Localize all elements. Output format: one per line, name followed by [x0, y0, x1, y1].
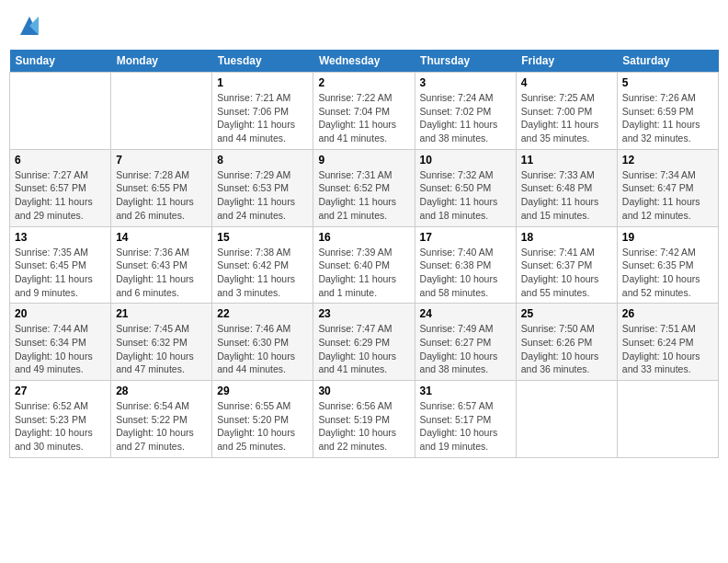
calendar-cell [10, 73, 111, 150]
day-detail: Sunrise: 7:22 AM Sunset: 7:04 PM Dayligh… [318, 91, 409, 145]
day-detail: Sunrise: 7:27 AM Sunset: 6:57 PM Dayligh… [15, 168, 106, 223]
day-number: 18 [521, 231, 612, 244]
day-detail: Sunrise: 7:35 AM Sunset: 6:45 PM Dayligh… [15, 246, 106, 300]
day-detail: Sunrise: 7:24 AM Sunset: 7:02 PM Dayligh… [420, 91, 511, 145]
calendar-cell: 11Sunrise: 7:33 AM Sunset: 6:48 PM Dayli… [516, 149, 617, 226]
day-number: 28 [116, 385, 207, 397]
day-detail: Sunrise: 7:44 AM Sunset: 6:34 PM Dayligh… [15, 322, 106, 376]
calendar-cell: 20Sunrise: 7:44 AM Sunset: 6:34 PM Dayli… [10, 304, 111, 381]
day-detail: Sunrise: 7:49 AM Sunset: 6:27 PM Dayligh… [420, 322, 511, 376]
calendar-cell: 3Sunrise: 7:24 AM Sunset: 7:02 PM Daylig… [415, 73, 516, 150]
day-detail: Sunrise: 6:55 AM Sunset: 5:20 PM Dayligh… [217, 399, 308, 454]
calendar-cell: 29Sunrise: 6:55 AM Sunset: 5:20 PM Dayli… [212, 381, 313, 458]
day-detail: Sunrise: 7:50 AM Sunset: 6:26 PM Dayligh… [521, 322, 612, 376]
day-number: 2 [318, 76, 409, 89]
day-number: 4 [521, 76, 612, 89]
day-detail: Sunrise: 7:26 AM Sunset: 6:59 PM Dayligh… [622, 91, 713, 145]
day-detail: Sunrise: 7:34 AM Sunset: 6:47 PM Dayligh… [622, 168, 713, 223]
day-detail: Sunrise: 7:36 AM Sunset: 6:43 PM Dayligh… [116, 246, 207, 300]
day-detail: Sunrise: 7:39 AM Sunset: 6:40 PM Dayligh… [318, 246, 409, 300]
day-detail: Sunrise: 7:28 AM Sunset: 6:55 PM Dayligh… [116, 168, 207, 223]
calendar-week-row: 27Sunrise: 6:52 AM Sunset: 5:23 PM Dayli… [10, 381, 719, 458]
day-detail: Sunrise: 7:45 AM Sunset: 6:32 PM Dayligh… [116, 322, 207, 376]
day-number: 31 [420, 385, 511, 397]
col-header-monday: Monday [111, 50, 212, 73]
calendar-cell: 9Sunrise: 7:31 AM Sunset: 6:52 PM Daylig… [313, 149, 415, 226]
day-detail: Sunrise: 7:31 AM Sunset: 6:52 PM Dayligh… [318, 168, 409, 223]
calendar-cell: 5Sunrise: 7:26 AM Sunset: 6:59 PM Daylig… [617, 73, 718, 150]
day-number: 9 [318, 154, 409, 167]
day-detail: Sunrise: 7:32 AM Sunset: 6:50 PM Dayligh… [420, 168, 511, 223]
day-detail: Sunrise: 7:33 AM Sunset: 6:48 PM Dayligh… [521, 168, 612, 223]
day-number: 10 [420, 154, 511, 167]
day-number: 29 [217, 385, 308, 397]
calendar-cell [111, 73, 212, 150]
calendar-week-row: 1Sunrise: 7:21 AM Sunset: 7:06 PM Daylig… [10, 73, 719, 150]
col-header-tuesday: Tuesday [212, 50, 313, 73]
day-detail: Sunrise: 7:41 AM Sunset: 6:37 PM Dayligh… [521, 246, 612, 300]
day-number: 12 [622, 154, 713, 167]
calendar-cell: 31Sunrise: 6:57 AM Sunset: 5:17 PM Dayli… [415, 381, 516, 458]
logo [13, 13, 42, 42]
day-detail: Sunrise: 7:21 AM Sunset: 7:06 PM Dayligh… [217, 91, 308, 145]
calendar-cell: 7Sunrise: 7:28 AM Sunset: 6:55 PM Daylig… [111, 149, 212, 226]
calendar-cell: 2Sunrise: 7:22 AM Sunset: 7:04 PM Daylig… [313, 73, 415, 150]
calendar-cell: 16Sunrise: 7:39 AM Sunset: 6:40 PM Dayli… [313, 226, 415, 304]
col-header-thursday: Thursday [415, 50, 516, 73]
day-detail: Sunrise: 7:38 AM Sunset: 6:42 PM Dayligh… [217, 246, 308, 300]
day-detail: Sunrise: 6:54 AM Sunset: 5:22 PM Dayligh… [116, 399, 207, 454]
day-detail: Sunrise: 7:51 AM Sunset: 6:24 PM Dayligh… [622, 322, 713, 376]
day-number: 11 [521, 154, 612, 167]
calendar-cell: 26Sunrise: 7:51 AM Sunset: 6:24 PM Dayli… [617, 304, 718, 381]
col-header-sunday: Sunday [10, 50, 111, 73]
calendar-cell: 12Sunrise: 7:34 AM Sunset: 6:47 PM Dayli… [617, 149, 718, 226]
day-number: 17 [420, 231, 511, 244]
calendar-table: SundayMondayTuesdayWednesdayThursdayFrid… [9, 50, 719, 458]
calendar-cell: 8Sunrise: 7:29 AM Sunset: 6:53 PM Daylig… [212, 149, 313, 226]
day-number: 15 [217, 231, 308, 244]
calendar-cell: 25Sunrise: 7:50 AM Sunset: 6:26 PM Dayli… [516, 304, 617, 381]
calendar-cell: 14Sunrise: 7:36 AM Sunset: 6:43 PM Dayli… [111, 226, 212, 304]
day-detail: Sunrise: 6:56 AM Sunset: 5:19 PM Dayligh… [318, 399, 409, 454]
day-detail: Sunrise: 7:29 AM Sunset: 6:53 PM Dayligh… [217, 168, 308, 223]
day-number: 24 [420, 307, 511, 320]
col-header-wednesday: Wednesday [313, 50, 415, 73]
calendar-cell: 1Sunrise: 7:21 AM Sunset: 7:06 PM Daylig… [212, 73, 313, 150]
calendar-header-row: SundayMondayTuesdayWednesdayThursdayFrid… [10, 50, 719, 73]
calendar-week-row: 6Sunrise: 7:27 AM Sunset: 6:57 PM Daylig… [10, 149, 719, 226]
day-number: 13 [15, 231, 106, 244]
day-number: 3 [420, 76, 511, 89]
day-detail: Sunrise: 7:46 AM Sunset: 6:30 PM Dayligh… [217, 322, 308, 376]
calendar-cell: 28Sunrise: 6:54 AM Sunset: 5:22 PM Dayli… [111, 381, 212, 458]
day-detail: Sunrise: 6:52 AM Sunset: 5:23 PM Dayligh… [15, 399, 106, 454]
calendar-cell: 4Sunrise: 7:25 AM Sunset: 7:00 PM Daylig… [516, 73, 617, 150]
calendar-cell: 15Sunrise: 7:38 AM Sunset: 6:42 PM Dayli… [212, 226, 313, 304]
calendar-cell: 23Sunrise: 7:47 AM Sunset: 6:29 PM Dayli… [313, 304, 415, 381]
calendar-cell: 10Sunrise: 7:32 AM Sunset: 6:50 PM Dayli… [415, 149, 516, 226]
day-number: 23 [318, 307, 409, 320]
calendar-cell [516, 381, 617, 458]
day-number: 7 [116, 154, 207, 167]
calendar-cell: 18Sunrise: 7:41 AM Sunset: 6:37 PM Dayli… [516, 226, 617, 304]
logo-icon [17, 13, 42, 39]
calendar-week-row: 20Sunrise: 7:44 AM Sunset: 6:34 PM Dayli… [10, 304, 719, 381]
day-number: 21 [116, 307, 207, 320]
day-number: 8 [217, 154, 308, 167]
day-number: 19 [622, 231, 713, 244]
day-detail: Sunrise: 7:42 AM Sunset: 6:35 PM Dayligh… [622, 246, 713, 300]
day-detail: Sunrise: 7:47 AM Sunset: 6:29 PM Dayligh… [318, 322, 409, 376]
page-header [9, 9, 719, 42]
col-header-friday: Friday [516, 50, 617, 73]
day-number: 27 [15, 385, 106, 397]
day-number: 1 [217, 76, 308, 89]
calendar-cell: 13Sunrise: 7:35 AM Sunset: 6:45 PM Dayli… [10, 226, 111, 304]
day-detail: Sunrise: 6:57 AM Sunset: 5:17 PM Dayligh… [420, 399, 511, 454]
day-detail: Sunrise: 7:40 AM Sunset: 6:38 PM Dayligh… [420, 246, 511, 300]
calendar-cell: 21Sunrise: 7:45 AM Sunset: 6:32 PM Dayli… [111, 304, 212, 381]
calendar-week-row: 13Sunrise: 7:35 AM Sunset: 6:45 PM Dayli… [10, 226, 719, 304]
day-number: 6 [15, 154, 106, 167]
day-number: 30 [318, 385, 409, 397]
day-number: 22 [217, 307, 308, 320]
day-number: 14 [116, 231, 207, 244]
calendar-cell: 24Sunrise: 7:49 AM Sunset: 6:27 PM Dayli… [415, 304, 516, 381]
